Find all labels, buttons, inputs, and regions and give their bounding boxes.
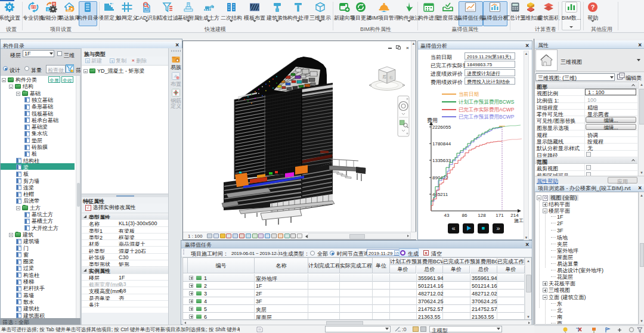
svg-text:86: 86	[462, 213, 467, 218]
svg-text:?: ?	[591, 4, 595, 11]
svg-text:类: 类	[52, 2, 56, 6]
svg-text:128: 128	[478, 213, 486, 218]
svg-text:171: 171	[496, 213, 504, 218]
svg-text:右: 右	[389, 75, 393, 80]
svg-text:CAD: CAD	[144, 8, 150, 11]
svg-text:1335633: 1335633	[432, 158, 451, 163]
svg-text:214: 214	[510, 213, 519, 218]
svg-text:2226055: 2226055	[432, 125, 451, 130]
svg-text:建筑: 建筑	[30, 5, 36, 10]
svg-text:1780844: 1780844	[432, 141, 451, 147]
svg-text:43: 43	[444, 213, 450, 218]
svg-text:890422: 890422	[432, 175, 448, 180]
